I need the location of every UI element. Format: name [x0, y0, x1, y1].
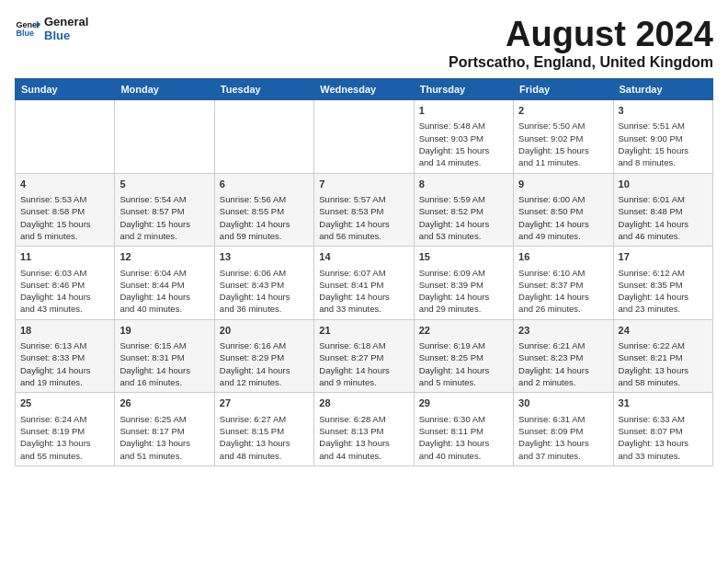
calendar-cell: 3Sunrise: 5:51 AM Sunset: 9:00 PM Daylig…	[613, 100, 712, 174]
day-number: 21	[319, 324, 408, 338]
calendar-cell: 31Sunrise: 6:33 AM Sunset: 8:07 PM Dayli…	[613, 393, 712, 466]
calendar-cell: 28Sunrise: 6:28 AM Sunset: 8:13 PM Dayli…	[314, 393, 414, 466]
week-row-2: 4Sunrise: 5:53 AM Sunset: 8:58 PM Daylig…	[16, 173, 713, 247]
day-info: Sunrise: 5:57 AM Sunset: 8:53 PM Dayligh…	[319, 193, 408, 242]
calendar-cell: 15Sunrise: 6:09 AM Sunset: 8:39 PM Dayli…	[414, 247, 513, 320]
header-sunday: Sunday	[16, 79, 115, 100]
day-number: 4	[20, 178, 109, 191]
svg-text:Blue: Blue	[16, 29, 34, 38]
day-number: 27	[220, 396, 309, 410]
day-info: Sunrise: 6:15 AM Sunset: 8:31 PM Dayligh…	[119, 339, 209, 388]
calendar-cell: 13Sunrise: 6:06 AM Sunset: 8:43 PM Dayli…	[214, 247, 313, 320]
day-number: 9	[518, 178, 608, 191]
calendar-cell: 22Sunrise: 6:19 AM Sunset: 8:25 PM Dayli…	[414, 319, 513, 393]
calendar-cell: 17Sunrise: 6:12 AM Sunset: 8:35 PM Dayli…	[613, 247, 712, 320]
day-info: Sunrise: 5:59 AM Sunset: 8:52 PM Dayligh…	[419, 193, 508, 242]
day-info: Sunrise: 6:04 AM Sunset: 8:44 PM Dayligh…	[119, 267, 209, 316]
logo-icon: General Blue	[15, 16, 40, 41]
day-number: 1	[419, 104, 508, 118]
day-number: 10	[619, 178, 708, 191]
calendar-title: August 2024	[449, 15, 713, 54]
day-info: Sunrise: 6:21 AM Sunset: 8:23 PM Dayligh…	[518, 339, 608, 388]
day-info: Sunrise: 6:24 AM Sunset: 8:19 PM Dayligh…	[20, 413, 109, 462]
day-number: 2	[518, 104, 608, 118]
calendar-cell: 30Sunrise: 6:31 AM Sunset: 8:09 PM Dayli…	[514, 393, 613, 466]
title-section: August 2024 Portscatho, England, United …	[449, 15, 713, 71]
calendar-subtitle: Portscatho, England, United Kingdom	[449, 54, 713, 71]
header-tuesday: Tuesday	[214, 79, 313, 100]
day-info: Sunrise: 6:00 AM Sunset: 8:50 PM Dayligh…	[518, 193, 608, 242]
day-info: Sunrise: 6:13 AM Sunset: 8:33 PM Dayligh…	[20, 339, 109, 388]
day-info: Sunrise: 6:07 AM Sunset: 8:41 PM Dayligh…	[319, 267, 408, 316]
calendar-table: SundayMondayTuesdayWednesdayThursdayFrid…	[15, 78, 713, 466]
day-info: Sunrise: 6:12 AM Sunset: 8:35 PM Dayligh…	[619, 267, 708, 316]
day-info: Sunrise: 5:53 AM Sunset: 8:58 PM Dayligh…	[20, 193, 109, 242]
calendar-cell: 24Sunrise: 6:22 AM Sunset: 8:21 PM Dayli…	[613, 319, 712, 393]
logo: General Blue General Blue	[15, 15, 88, 42]
day-number: 31	[619, 396, 708, 410]
day-info: Sunrise: 6:31 AM Sunset: 8:09 PM Dayligh…	[518, 413, 608, 462]
calendar-cell: 20Sunrise: 6:16 AM Sunset: 8:29 PM Dayli…	[214, 319, 313, 393]
day-info: Sunrise: 6:19 AM Sunset: 8:25 PM Dayligh…	[419, 339, 508, 388]
week-row-4: 18Sunrise: 6:13 AM Sunset: 8:33 PM Dayli…	[16, 319, 713, 393]
day-info: Sunrise: 6:06 AM Sunset: 8:43 PM Dayligh…	[220, 267, 309, 316]
calendar-cell: 4Sunrise: 5:53 AM Sunset: 8:58 PM Daylig…	[16, 173, 115, 247]
day-info: Sunrise: 6:16 AM Sunset: 8:29 PM Dayligh…	[220, 339, 309, 388]
day-info: Sunrise: 6:09 AM Sunset: 8:39 PM Dayligh…	[419, 267, 508, 316]
day-number: 26	[119, 396, 209, 410]
calendar-cell: 29Sunrise: 6:30 AM Sunset: 8:11 PM Dayli…	[414, 393, 513, 466]
day-info: Sunrise: 6:30 AM Sunset: 8:11 PM Dayligh…	[419, 413, 508, 462]
day-number: 13	[220, 250, 309, 264]
calendar-cell: 8Sunrise: 5:59 AM Sunset: 8:52 PM Daylig…	[414, 173, 513, 247]
day-number: 14	[319, 250, 408, 264]
calendar-cell: 14Sunrise: 6:07 AM Sunset: 8:41 PM Dayli…	[314, 247, 414, 320]
page-header: General Blue General Blue August 2024 Po…	[15, 15, 713, 71]
calendar-cell: 11Sunrise: 6:03 AM Sunset: 8:46 PM Dayli…	[16, 247, 115, 320]
header-saturday: Saturday	[613, 79, 712, 100]
day-number: 20	[220, 324, 309, 338]
calendar-cell: 25Sunrise: 6:24 AM Sunset: 8:19 PM Dayli…	[16, 393, 115, 466]
day-number: 23	[518, 324, 608, 338]
calendar-cell: 7Sunrise: 5:57 AM Sunset: 8:53 PM Daylig…	[314, 173, 414, 247]
day-info: Sunrise: 5:56 AM Sunset: 8:55 PM Dayligh…	[220, 193, 309, 242]
header-monday: Monday	[115, 79, 214, 100]
day-info: Sunrise: 6:01 AM Sunset: 8:48 PM Dayligh…	[619, 193, 708, 242]
calendar-cell: 2Sunrise: 5:50 AM Sunset: 9:02 PM Daylig…	[514, 100, 613, 174]
day-number: 22	[419, 324, 508, 338]
calendar-cell: 5Sunrise: 5:54 AM Sunset: 8:57 PM Daylig…	[115, 173, 214, 247]
calendar-header-row: SundayMondayTuesdayWednesdayThursdayFrid…	[16, 79, 713, 100]
day-number: 6	[220, 178, 309, 191]
day-number: 3	[619, 104, 708, 118]
calendar-cell: 19Sunrise: 6:15 AM Sunset: 8:31 PM Dayli…	[115, 319, 214, 393]
day-info: Sunrise: 5:48 AM Sunset: 9:03 PM Dayligh…	[419, 120, 508, 168]
calendar-cell	[214, 100, 313, 174]
day-number: 11	[20, 250, 109, 264]
calendar-cell: 10Sunrise: 6:01 AM Sunset: 8:48 PM Dayli…	[613, 173, 712, 247]
calendar-cell: 1Sunrise: 5:48 AM Sunset: 9:03 PM Daylig…	[414, 100, 513, 174]
day-number: 30	[518, 396, 608, 410]
day-info: Sunrise: 5:51 AM Sunset: 9:00 PM Dayligh…	[619, 120, 708, 168]
day-number: 29	[419, 396, 508, 410]
week-row-1: 1Sunrise: 5:48 AM Sunset: 9:03 PM Daylig…	[16, 100, 713, 174]
calendar-cell	[314, 100, 414, 174]
day-info: Sunrise: 6:03 AM Sunset: 8:46 PM Dayligh…	[20, 267, 109, 316]
calendar-cell: 16Sunrise: 6:10 AM Sunset: 8:37 PM Dayli…	[514, 247, 613, 320]
day-number: 8	[419, 178, 508, 191]
logo-general: General	[44, 15, 88, 29]
day-number: 7	[319, 178, 408, 191]
calendar-cell	[16, 100, 115, 174]
day-info: Sunrise: 6:18 AM Sunset: 8:27 PM Dayligh…	[319, 339, 408, 388]
calendar-cell: 21Sunrise: 6:18 AM Sunset: 8:27 PM Dayli…	[314, 319, 414, 393]
day-number: 24	[619, 324, 708, 338]
day-info: Sunrise: 6:22 AM Sunset: 8:21 PM Dayligh…	[619, 339, 708, 388]
day-info: Sunrise: 6:28 AM Sunset: 8:13 PM Dayligh…	[319, 413, 408, 462]
day-info: Sunrise: 5:50 AM Sunset: 9:02 PM Dayligh…	[518, 120, 608, 168]
header-wednesday: Wednesday	[314, 79, 414, 100]
day-number: 28	[319, 396, 408, 410]
day-number: 12	[119, 250, 209, 264]
calendar-cell: 27Sunrise: 6:27 AM Sunset: 8:15 PM Dayli…	[214, 393, 313, 466]
day-number: 15	[419, 250, 508, 264]
day-info: Sunrise: 6:25 AM Sunset: 8:17 PM Dayligh…	[119, 413, 209, 462]
week-row-3: 11Sunrise: 6:03 AM Sunset: 8:46 PM Dayli…	[16, 247, 713, 320]
day-info: Sunrise: 6:10 AM Sunset: 8:37 PM Dayligh…	[518, 267, 608, 316]
